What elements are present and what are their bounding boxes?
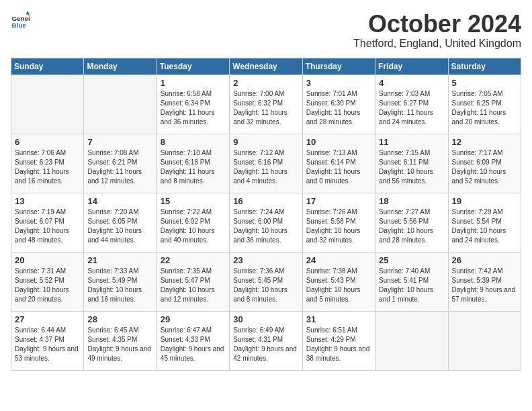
location-title: Thetford, England, United Kingdom — [353, 38, 521, 50]
day-number: 8 — [161, 137, 226, 147]
day-info: Sunrise: 7:22 AM Sunset: 6:02 PM Dayligh… — [161, 208, 226, 245]
day-number: 27 — [15, 314, 80, 324]
day-info: Sunrise: 7:29 AM Sunset: 5:54 PM Dayligh… — [452, 208, 517, 245]
calendar-cell: 30Sunrise: 6:49 AM Sunset: 4:31 PM Dayli… — [230, 311, 302, 370]
day-number: 1 — [161, 78, 226, 88]
day-number: 2 — [233, 78, 298, 88]
day-info: Sunrise: 6:58 AM Sunset: 6:34 PM Dayligh… — [161, 89, 226, 127]
day-info: Sunrise: 7:03 AM Sunset: 6:27 PM Dayligh… — [379, 89, 444, 127]
calendar-cell: 22Sunrise: 7:35 AM Sunset: 5:47 PM Dayli… — [157, 252, 229, 311]
day-number: 9 — [233, 137, 298, 147]
calendar-cell: 4Sunrise: 7:03 AM Sunset: 6:27 PM Daylig… — [375, 75, 448, 134]
day-info: Sunrise: 7:06 AM Sunset: 6:23 PM Dayligh… — [15, 148, 80, 186]
day-info: Sunrise: 7:42 AM Sunset: 5:39 PM Dayligh… — [452, 267, 517, 304]
calendar-cell: 29Sunrise: 6:47 AM Sunset: 4:33 PM Dayli… — [157, 311, 229, 370]
calendar-cell: 6Sunrise: 7:06 AM Sunset: 6:23 PM Daylig… — [11, 134, 84, 193]
day-number: 21 — [87, 255, 152, 265]
day-info: Sunrise: 7:19 AM Sunset: 6:07 PM Dayligh… — [15, 208, 80, 245]
day-number: 11 — [379, 137, 444, 147]
day-number: 10 — [306, 137, 371, 147]
calendar-cell — [375, 311, 448, 370]
day-info: Sunrise: 7:35 AM Sunset: 5:47 PM Dayligh… — [161, 267, 226, 304]
calendar-cell: 27Sunrise: 6:44 AM Sunset: 4:37 PM Dayli… — [11, 311, 84, 370]
calendar-cell: 1Sunrise: 6:58 AM Sunset: 6:34 PM Daylig… — [157, 75, 229, 134]
calendar-week-row: 6Sunrise: 7:06 AM Sunset: 6:23 PM Daylig… — [11, 134, 521, 193]
calendar-cell: 15Sunrise: 7:22 AM Sunset: 6:02 PM Dayli… — [157, 193, 229, 252]
logo: General Blue — [11, 11, 30, 30]
day-number: 15 — [161, 196, 226, 206]
day-info: Sunrise: 6:51 AM Sunset: 4:29 PM Dayligh… — [306, 326, 371, 363]
day-info: Sunrise: 7:17 AM Sunset: 6:09 PM Dayligh… — [452, 148, 517, 186]
column-header-tuesday: Tuesday — [157, 58, 229, 75]
day-number: 29 — [161, 314, 226, 324]
day-number: 18 — [379, 196, 444, 206]
calendar-header-row: SundayMondayTuesdayWednesdayThursdayFrid… — [11, 58, 521, 75]
day-info: Sunrise: 7:31 AM Sunset: 5:52 PM Dayligh… — [15, 267, 80, 304]
calendar-cell: 17Sunrise: 7:26 AM Sunset: 5:58 PM Dayli… — [302, 193, 375, 252]
calendar-table: SundayMondayTuesdayWednesdayThursdayFrid… — [11, 58, 521, 371]
day-number: 25 — [379, 255, 444, 265]
day-info: Sunrise: 7:24 AM Sunset: 6:00 PM Dayligh… — [233, 208, 298, 245]
column-header-wednesday: Wednesday — [230, 58, 302, 75]
svg-marker-2 — [26, 11, 30, 15]
day-number: 5 — [452, 78, 517, 88]
calendar-cell: 2Sunrise: 7:00 AM Sunset: 6:32 PM Daylig… — [230, 75, 302, 134]
day-number: 26 — [452, 255, 517, 265]
day-number: 30 — [233, 314, 298, 324]
calendar-cell: 20Sunrise: 7:31 AM Sunset: 5:52 PM Dayli… — [11, 252, 84, 311]
calendar-cell: 24Sunrise: 7:38 AM Sunset: 5:43 PM Dayli… — [302, 252, 375, 311]
calendar-cell: 21Sunrise: 7:33 AM Sunset: 5:49 PM Dayli… — [84, 252, 157, 311]
day-number: 12 — [452, 137, 517, 147]
calendar-cell: 8Sunrise: 7:10 AM Sunset: 6:18 PM Daylig… — [157, 134, 229, 193]
day-info: Sunrise: 7:38 AM Sunset: 5:43 PM Dayligh… — [306, 267, 371, 304]
day-number: 31 — [306, 314, 371, 324]
day-info: Sunrise: 7:08 AM Sunset: 6:21 PM Dayligh… — [87, 148, 152, 186]
day-info: Sunrise: 7:12 AM Sunset: 6:16 PM Dayligh… — [233, 148, 298, 186]
day-number: 3 — [306, 78, 371, 88]
column-header-thursday: Thursday — [302, 58, 375, 75]
column-header-monday: Monday — [84, 58, 157, 75]
day-number: 17 — [306, 196, 371, 206]
day-info: Sunrise: 7:01 AM Sunset: 6:30 PM Dayligh… — [306, 89, 371, 127]
day-number: 6 — [15, 137, 80, 147]
day-number: 28 — [87, 314, 152, 324]
day-info: Sunrise: 7:05 AM Sunset: 6:25 PM Dayligh… — [452, 89, 517, 127]
logo-icon: General Blue — [11, 11, 30, 30]
day-number: 19 — [452, 196, 517, 206]
calendar-cell: 25Sunrise: 7:40 AM Sunset: 5:41 PM Dayli… — [375, 252, 448, 311]
calendar-cell: 12Sunrise: 7:17 AM Sunset: 6:09 PM Dayli… — [448, 134, 521, 193]
calendar-cell: 28Sunrise: 6:45 AM Sunset: 4:35 PM Dayli… — [84, 311, 157, 370]
day-info: Sunrise: 6:47 AM Sunset: 4:33 PM Dayligh… — [161, 326, 226, 363]
calendar-week-row: 20Sunrise: 7:31 AM Sunset: 5:52 PM Dayli… — [11, 252, 521, 311]
calendar-cell: 10Sunrise: 7:13 AM Sunset: 6:14 PM Dayli… — [302, 134, 375, 193]
day-info: Sunrise: 7:00 AM Sunset: 6:32 PM Dayligh… — [233, 89, 298, 127]
calendar-cell — [84, 75, 157, 134]
svg-text:Blue: Blue — [11, 21, 26, 29]
calendar-cell: 14Sunrise: 7:20 AM Sunset: 6:05 PM Dayli… — [84, 193, 157, 252]
calendar-cell: 5Sunrise: 7:05 AM Sunset: 6:25 PM Daylig… — [448, 75, 521, 134]
day-info: Sunrise: 7:27 AM Sunset: 5:56 PM Dayligh… — [379, 208, 444, 245]
calendar-week-row: 1Sunrise: 6:58 AM Sunset: 6:34 PM Daylig… — [11, 75, 521, 134]
day-number: 22 — [161, 255, 226, 265]
day-info: Sunrise: 7:33 AM Sunset: 5:49 PM Dayligh… — [87, 267, 152, 304]
day-number: 13 — [15, 196, 80, 206]
month-title: October 2024 — [353, 11, 521, 38]
page-header: General Blue October 2024 Thetford, Engl… — [11, 11, 521, 50]
calendar-cell: 31Sunrise: 6:51 AM Sunset: 4:29 PM Dayli… — [302, 311, 375, 370]
calendar-cell: 13Sunrise: 7:19 AM Sunset: 6:07 PM Dayli… — [11, 193, 84, 252]
calendar-cell: 7Sunrise: 7:08 AM Sunset: 6:21 PM Daylig… — [84, 134, 157, 193]
day-number: 24 — [306, 255, 371, 265]
day-info: Sunrise: 7:26 AM Sunset: 5:58 PM Dayligh… — [306, 208, 371, 245]
calendar-cell: 9Sunrise: 7:12 AM Sunset: 6:16 PM Daylig… — [230, 134, 302, 193]
column-header-sunday: Sunday — [11, 58, 84, 75]
day-number: 16 — [233, 196, 298, 206]
calendar-cell: 11Sunrise: 7:15 AM Sunset: 6:11 PM Dayli… — [375, 134, 448, 193]
day-info: Sunrise: 6:45 AM Sunset: 4:35 PM Dayligh… — [87, 326, 152, 363]
day-info: Sunrise: 7:10 AM Sunset: 6:18 PM Dayligh… — [161, 148, 226, 186]
calendar-cell: 23Sunrise: 7:36 AM Sunset: 5:45 PM Dayli… — [230, 252, 302, 311]
calendar-week-row: 27Sunrise: 6:44 AM Sunset: 4:37 PM Dayli… — [11, 311, 521, 370]
day-info: Sunrise: 7:40 AM Sunset: 5:41 PM Dayligh… — [379, 267, 444, 304]
day-number: 23 — [233, 255, 298, 265]
day-info: Sunrise: 7:36 AM Sunset: 5:45 PM Dayligh… — [233, 267, 298, 304]
calendar-cell: 16Sunrise: 7:24 AM Sunset: 6:00 PM Dayli… — [230, 193, 302, 252]
